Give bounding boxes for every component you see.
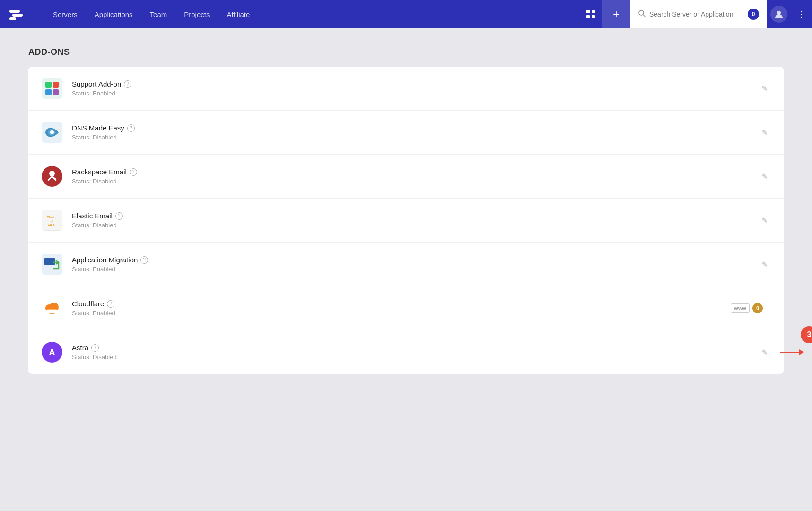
svg-text:⚡: ⚡ (51, 220, 54, 223)
addon-info-dns: DNS Made Easy ? Status: Disabled (72, 124, 759, 141)
help-icon-elastic[interactable]: ? (115, 212, 123, 220)
edit-button-support[interactable]: ✎ (759, 81, 770, 96)
row-actions-migration: ✎ (759, 257, 770, 272)
addon-status-migration: Status: Enabled (72, 266, 759, 273)
addon-row-support: Support Add-on ? Status: Enabled ✎ (28, 67, 784, 111)
svg-rect-6 (592, 15, 595, 18)
addons-card: Support Add-on ? Status: Enabled ✎ (28, 67, 784, 374)
addon-name-dns: DNS Made Easy ? (72, 124, 759, 132)
addon-row-migration: Application Migration ? Status: Enabled … (28, 243, 784, 286)
addon-status-cloudflare: Status: Enabled (72, 310, 731, 317)
help-icon-cloudflare[interactable]: ? (107, 300, 114, 308)
svg-rect-3 (586, 10, 590, 13)
section-title: ADD-ONS (28, 47, 784, 57)
edit-button-rackspace[interactable]: ✎ (759, 169, 770, 184)
svg-rect-19 (44, 258, 55, 265)
rackspace-logo (42, 166, 62, 187)
search-input[interactable] (649, 10, 744, 18)
row-actions-rackspace: ✎ (759, 169, 770, 184)
help-icon-rackspace[interactable]: ? (130, 168, 137, 176)
addon-info-elastic: Elastic Email ? Status: Disabled (72, 212, 759, 229)
search-icon (638, 9, 646, 19)
addon-status-rackspace: Status: Disabled (72, 178, 759, 185)
addon-name-rackspace: Rackspace Email ? (72, 168, 759, 176)
addon-info-rackspace: Rackspace Email ? Status: Disabled (72, 168, 759, 185)
help-icon-dns[interactable]: ? (127, 124, 135, 132)
row-actions-astra: ✎ 3 (759, 345, 770, 360)
add-button[interactable]: + (602, 0, 630, 28)
svg-point-13 (49, 171, 55, 176)
grid-button[interactable] (579, 9, 602, 19)
help-icon-support[interactable]: ? (124, 80, 131, 88)
nav-team[interactable]: Team (141, 0, 176, 28)
logo[interactable] (9, 7, 30, 21)
user-avatar[interactable] (770, 6, 787, 23)
nav-servers[interactable]: Servers (44, 0, 86, 28)
support-logo (42, 78, 62, 99)
addon-name-migration: Application Migration ? (72, 256, 759, 264)
dns-logo (42, 122, 62, 143)
svg-point-9 (777, 11, 781, 15)
row-actions-support: ✎ (759, 81, 770, 96)
astra-logo: A (42, 342, 62, 363)
svg-rect-0 (9, 10, 20, 13)
nav-affiliate[interactable]: Affiliate (218, 0, 258, 28)
svg-rect-1 (12, 14, 23, 17)
www-badge: www 0 (731, 303, 763, 313)
svg-text:Elastic: Elastic (47, 216, 58, 219)
addon-row-rackspace: Rackspace Email ? Status: Disabled ✎ (28, 155, 784, 199)
cloudflare-count: 0 (752, 303, 763, 313)
svg-text:Email: Email (48, 223, 57, 226)
svg-line-8 (643, 15, 645, 17)
svg-rect-2 (9, 17, 16, 20)
edit-button-dns[interactable]: ✎ (759, 125, 770, 140)
edit-button-elastic[interactable]: ✎ (759, 213, 770, 228)
help-icon-migration[interactable]: ? (140, 256, 148, 264)
addon-name-elastic: Elastic Email ? (72, 212, 759, 220)
addon-info-astra: Astra ? Status: Disabled (72, 344, 759, 361)
migration-logo (42, 254, 62, 275)
nav-projects[interactable]: Projects (175, 0, 218, 28)
addon-status-elastic: Status: Disabled (72, 222, 759, 229)
row-actions-dns: ✎ (759, 125, 770, 140)
addon-name-astra: Astra ? (72, 344, 759, 352)
addon-row-astra: A Astra ? Status: Disabled ✎ 3 (28, 330, 784, 374)
row-actions-elastic: ✎ (759, 213, 770, 228)
svg-point-11 (50, 130, 54, 134)
nav-applications[interactable]: Applications (86, 0, 141, 28)
search-area: 0 (630, 0, 767, 28)
svg-rect-5 (586, 15, 590, 18)
svg-rect-25 (45, 310, 59, 313)
svg-text:A: A (49, 347, 55, 357)
edit-button-migration[interactable]: ✎ (759, 257, 770, 272)
more-options-button[interactable]: ⋮ (791, 9, 812, 20)
help-icon-astra[interactable]: ? (91, 344, 99, 352)
svg-rect-4 (592, 10, 595, 13)
elastic-logo: Elastic ⚡ Email (42, 210, 62, 231)
navbar-right: + 0 ⋮ (579, 0, 812, 28)
addon-info-migration: Application Migration ? Status: Enabled (72, 256, 759, 273)
addon-row-elastic: Elastic ⚡ Email Elastic Email ? Status: … (28, 199, 784, 243)
addon-row-dns: DNS Made Easy ? Status: Disabled ✎ (28, 111, 784, 155)
addon-info-cloudflare: Cloudflare ? Status: Enabled (72, 300, 731, 317)
main-content: ADD-ONS Support Add-on ? Status: Enabled (0, 28, 812, 393)
step-badge: 3 (801, 326, 812, 343)
cloudflare-logo (42, 298, 62, 319)
addon-name-support: Support Add-on ? (72, 80, 759, 88)
notification-badge: 0 (748, 9, 759, 20)
addon-name-cloudflare: Cloudflare ? (72, 300, 731, 308)
addon-status-support: Status: Enabled (72, 90, 759, 97)
nav-links: Servers Applications Team Projects Affil… (44, 0, 579, 28)
addon-status-astra: Status: Disabled (72, 354, 759, 361)
navbar: Servers Applications Team Projects Affil… (0, 0, 812, 28)
row-actions-cloudflare: www 0 (731, 303, 770, 313)
edit-button-astra[interactable]: ✎ (759, 345, 770, 360)
addon-row-cloudflare: Cloudflare ? Status: Enabled www 0 (28, 286, 784, 330)
www-label: www (731, 303, 750, 313)
addon-info-support: Support Add-on ? Status: Enabled (72, 80, 759, 97)
addon-status-dns: Status: Disabled (72, 134, 759, 141)
